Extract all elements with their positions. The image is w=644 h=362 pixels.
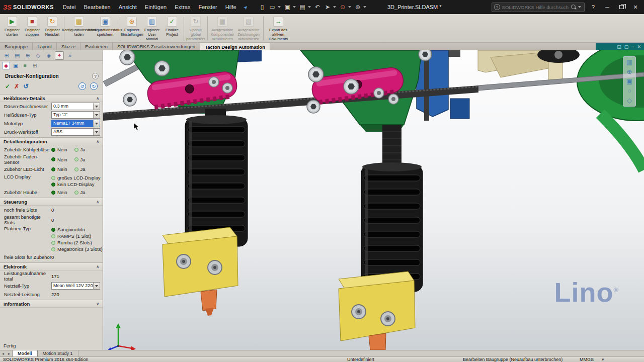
- new-document-icon[interactable]: ▯: [258, 3, 267, 12]
- chevron-down-icon[interactable]: [93, 103, 100, 110]
- hex-bolt[interactable]: [344, 79, 359, 94]
- option-ja[interactable]: Ja: [74, 166, 86, 172]
- ribbon-button-komponenten-aktualisieren[interactable]: ▦ Ausgewählte Komponenten aktualisieren: [209, 16, 235, 42]
- help-search-box[interactable]: ?: [492, 3, 585, 12]
- pin-menu-icon[interactable]: ➤: [240, 2, 251, 13]
- rebuild-dropdown-icon[interactable]: [348, 6, 351, 8]
- tacton-manager-tab-icon[interactable]: ✦: [55, 51, 64, 60]
- configurationmanager-tab-icon[interactable]: ⊕: [23, 51, 32, 60]
- tab-baugruppe[interactable]: Baugruppe: [0, 43, 33, 50]
- option-ramps[interactable]: RAMPS (1 Slot): [51, 233, 91, 239]
- panel-refresh-icon[interactable]: ▣: [12, 62, 20, 69]
- section-header-hotend[interactable]: Heißdüsen-Details ∧: [0, 94, 103, 102]
- cancel-button[interactable]: ✗: [14, 83, 19, 90]
- hex-bolt[interactable]: [123, 93, 136, 106]
- ribbon-button-zeichnungen-aktualisieren[interactable]: ▧ Ausgewählte Zeichnungen aktualisieren: [235, 16, 262, 42]
- tab-layout[interactable]: Layout: [33, 43, 57, 50]
- heater-block-right[interactable]: [339, 272, 415, 341]
- panel-tabs-overflow-icon[interactable]: »: [65, 51, 74, 60]
- hex-bolt[interactable]: [120, 50, 135, 65]
- viewport-restore-icon[interactable]: ▢: [624, 44, 629, 49]
- help-button[interactable]: ?: [588, 2, 599, 12]
- menu-hilfe[interactable]: Hilfe: [221, 0, 240, 14]
- section-header-steuerung[interactable]: Steuerung ∧: [0, 198, 103, 206]
- zoom-fit-icon[interactable]: ▦: [626, 59, 632, 66]
- menu-einfuegen[interactable]: Einfügen: [141, 0, 171, 14]
- open-document-icon[interactable]: ▭: [268, 3, 277, 12]
- ribbon-button-export-dokument[interactable]: → Export des aktiven Dokuments: [265, 16, 291, 42]
- chevron-down-icon[interactable]: [93, 120, 100, 127]
- rotate-view-icon[interactable]: ⊕: [627, 68, 632, 75]
- heissduesen-typ-select[interactable]: Typ "J": [51, 111, 100, 119]
- tab-modell[interactable]: Modell: [12, 350, 38, 356]
- viewport-minimize-icon[interactable]: −: [631, 44, 634, 49]
- ribbon-button-update-global-parameters[interactable]: ↻ Update global parameters: [186, 16, 206, 42]
- display-style-icon[interactable]: ▣: [626, 78, 632, 85]
- propertymanager-tab-icon[interactable]: ▤: [13, 51, 22, 60]
- restore-button[interactable]: [616, 2, 627, 12]
- option-ja[interactable]: Ja: [74, 157, 86, 162]
- undo-icon[interactable]: ↶: [313, 3, 322, 12]
- ribbon-button-engineer-neustart[interactable]: ↻ Engineer Neustart: [42, 16, 62, 38]
- options-icon[interactable]: ⊛: [353, 3, 362, 12]
- nozzle-left[interactable]: [201, 290, 217, 316]
- option-ja[interactable]: Ja: [74, 147, 86, 152]
- panel-options-icon[interactable]: ⊞: [31, 62, 39, 69]
- viewport-close-icon[interactable]: ✕: [637, 44, 641, 49]
- reset-button[interactable]: ↺: [23, 82, 29, 90]
- tab-tacton-design-automation[interactable]: Tacton Design Automation: [200, 43, 270, 50]
- menu-ansicht[interactable]: Ansicht: [115, 0, 141, 14]
- option-sanguinololu[interactable]: Sanguinololu: [51, 227, 85, 232]
- menu-bearbeiten[interactable]: Bearbeiten: [80, 0, 115, 14]
- print-dropdown-icon[interactable]: [308, 6, 311, 8]
- displaymanager-tab-icon[interactable]: ◈: [44, 51, 53, 60]
- menu-extras[interactable]: Extras: [171, 0, 194, 14]
- units-label[interactable]: MMGS: [580, 357, 594, 362]
- dimxpertmanager-tab-icon[interactable]: ◇: [34, 51, 43, 60]
- druck-werkstoff-select[interactable]: ABS: [51, 128, 100, 136]
- open-dropdown-icon[interactable]: [278, 6, 281, 8]
- save-icon[interactable]: ▣: [283, 3, 292, 12]
- ribbon-button-user-manual[interactable]: ▥ Engineer User Manual: [142, 16, 162, 42]
- ribbon-button-engineer-einstellungen[interactable]: ⊛ Engineer Einstellungen: [122, 16, 142, 38]
- hex-bolt[interactable]: [307, 100, 320, 113]
- section-header-elektronik[interactable]: Elektronik ∧: [0, 262, 103, 270]
- ribbon-button-engineer-starten[interactable]: ▶ Engineer starten: [2, 16, 22, 38]
- option-nein[interactable]: Nein: [51, 166, 67, 172]
- minimize-button[interactable]: ─: [602, 2, 613, 12]
- search-input[interactable]: [502, 5, 569, 10]
- option-megatronics[interactable]: Megatronics (3 Slots): [51, 246, 103, 252]
- graphics-viewport[interactable]: ▦ ⊕ ▣ ○ ◇ Lino®: [103, 50, 644, 350]
- rebuild-icon[interactable]: ⊙: [338, 3, 347, 12]
- search-icon[interactable]: [571, 4, 576, 10]
- viewport-fullscreen-icon[interactable]: ◱: [617, 44, 621, 49]
- option-ja[interactable]: Ja: [74, 190, 86, 195]
- option-nein[interactable]: Nein: [51, 157, 67, 162]
- hex-bolt[interactable]: [419, 50, 432, 61]
- ribbon-button-finalize-project[interactable]: ✓ Finalize Project: [162, 16, 182, 38]
- tab-scroll-left-icon[interactable]: ◂: [0, 350, 6, 356]
- option-kein-lcd[interactable]: kein LCD-Display: [51, 182, 94, 187]
- ribbon-button-engineer-stoppen[interactable]: ■ Engineer stoppen: [22, 16, 42, 38]
- tab-motion-study-1[interactable]: Motion Study 1: [38, 350, 78, 356]
- printer-config-tab-icon[interactable]: ◆: [2, 62, 10, 69]
- select-icon[interactable]: ➤: [323, 3, 332, 12]
- option-grosses-lcd[interactable]: großes LCD-Display: [51, 175, 101, 180]
- close-button[interactable]: ✕: [630, 2, 641, 12]
- section-header-information[interactable]: Information ∨: [0, 300, 103, 308]
- nozzle-right[interactable]: [369, 333, 386, 350]
- option-rumba[interactable]: Rumba (2 Slots): [51, 240, 92, 245]
- chevron-down-icon[interactable]: [93, 112, 100, 118]
- tab-zusatzanwendungen[interactable]: SOLIDWORKS Zusatzanwendungen: [113, 43, 200, 50]
- panel-list-icon[interactable]: ≡: [21, 62, 29, 69]
- netzteil-typ-select[interactable]: Mean Well 12V 220W: [51, 282, 100, 290]
- chevron-down-icon[interactable]: [93, 283, 100, 289]
- apply-button[interactable]: ✓: [5, 83, 10, 90]
- heater-block-left[interactable]: [163, 227, 238, 297]
- duesen-durchmesser-select[interactable]: 0.3 mm: [51, 103, 100, 110]
- units-dropdown-icon[interactable]: ▾: [602, 357, 604, 362]
- ribbon-button-konfigstatus-speichern[interactable]: ▣ Konfigurationsstatus speichern: [92, 16, 118, 38]
- save-dropdown-icon[interactable]: [293, 6, 296, 8]
- search-dropdown-icon[interactable]: [578, 6, 581, 8]
- chevron-down-icon[interactable]: [93, 129, 100, 135]
